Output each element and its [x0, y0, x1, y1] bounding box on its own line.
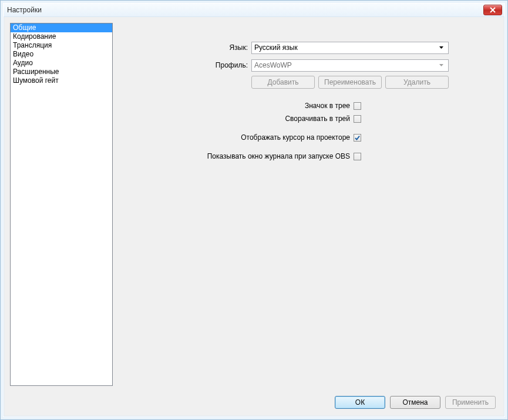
tray-checkbox-group: Значок в трее Сворачивать в трей	[119, 100, 498, 124]
close-button[interactable]	[483, 5, 502, 15]
tray-icon-checkbox[interactable]	[354, 102, 361, 110]
tray-icon-row: Значок в трее	[119, 100, 498, 111]
window-title: Настройки	[7, 6, 483, 14]
show-cursor-row: Отображать курсор на проекторе	[119, 132, 498, 143]
sidebar-item-6[interactable]: Шумовой гейт	[11, 76, 112, 85]
chevron-down-icon	[437, 64, 446, 66]
minimize-tray-row: Сворачивать в трей	[119, 113, 498, 124]
client-area: ОбщиеКодированиеТрансляцияВидеоАудиоРасш…	[4, 16, 504, 416]
show-log-checkbox[interactable]	[354, 153, 361, 160]
settings-panel: Язык: Русский язык Профиль: AcesWoWP	[119, 23, 498, 387]
apply-button[interactable]: Применить	[445, 396, 496, 409]
sidebar-item-5[interactable]: Расширенные	[11, 68, 112, 76]
sidebar-item-4[interactable]: Аудио	[11, 59, 112, 68]
chevron-down-icon	[437, 46, 446, 49]
show-cursor-label: Отображать курсор на проекторе	[119, 133, 354, 142]
sidebar-item-3[interactable]: Видео	[11, 50, 112, 59]
minimize-tray-checkbox[interactable]	[354, 115, 361, 123]
cancel-button[interactable]: Отмена	[390, 396, 440, 409]
sidebar-item-0[interactable]: Общие	[11, 23, 112, 32]
profile-label: Профиль:	[119, 61, 251, 69]
titlebar: Настройки	[4, 4, 504, 16]
svg-marker-2	[439, 46, 443, 49]
add-profile-button[interactable]: Добавить	[251, 76, 315, 89]
profile-combo[interactable]: AcesWoWP	[251, 59, 449, 72]
language-combo[interactable]: Русский язык	[251, 42, 449, 54]
svg-marker-3	[439, 64, 443, 66]
show-log-label: Показывать окно журнала при запуске OBS	[119, 152, 354, 160]
ok-button[interactable]: ОК	[335, 396, 385, 409]
language-label: Язык:	[119, 43, 251, 52]
window-frame: Настройки ОбщиеКодированиеТрансляцияВиде…	[0, 0, 508, 420]
log-checkbox-group: Показывать окно журнала при запуске OBS	[119, 151, 498, 162]
category-sidebar[interactable]: ОбщиеКодированиеТрансляцияВидеоАудиоРасш…	[10, 23, 113, 386]
close-icon	[490, 7, 496, 13]
language-row: Язык: Русский язык	[119, 41, 498, 55]
sidebar-item-2[interactable]: Трансляция	[11, 41, 112, 50]
rename-profile-button[interactable]: Переименовать	[318, 76, 382, 89]
show-cursor-checkbox[interactable]	[354, 134, 361, 142]
delete-profile-button[interactable]: Удалить	[385, 76, 449, 89]
language-value: Русский язык	[254, 43, 437, 52]
minimize-tray-label: Сворачивать в трей	[119, 115, 354, 123]
dialog-footer: ОК Отмена Применить	[335, 396, 496, 409]
cursor-checkbox-group: Отображать курсор на проекторе	[119, 132, 498, 143]
show-log-row: Показывать окно журнала при запуске OBS	[119, 151, 498, 162]
sidebar-item-1[interactable]: Кодирование	[11, 32, 112, 41]
tray-icon-label: Значок в трее	[119, 102, 354, 110]
profile-value: AcesWoWP	[254, 61, 437, 69]
profile-button-row: Добавить Переименовать Удалить	[251, 76, 498, 89]
profile-row: Профиль: AcesWoWP	[119, 58, 498, 72]
